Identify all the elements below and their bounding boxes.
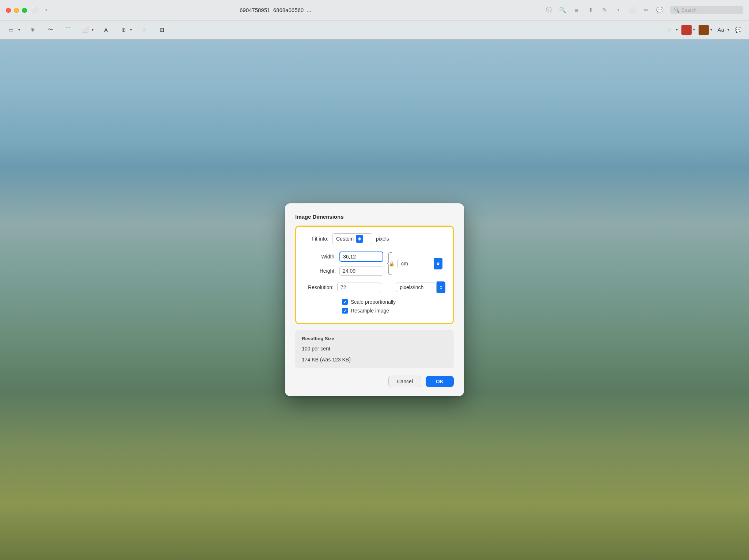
resolution-row: Resolution: pixels/inch xyxy=(304,281,445,293)
unit-stepper[interactable] xyxy=(434,258,442,269)
resulting-kb: 174 KB (was 123 KB) xyxy=(302,357,447,363)
resample-checkbox-row: Resample image xyxy=(304,308,445,314)
res-arrow-down xyxy=(440,288,442,289)
arrow-up-icon xyxy=(358,237,361,239)
ok-button[interactable]: OK xyxy=(426,376,454,387)
image-dimensions-dialog: Image Dimensions Fit into: Custom pixels xyxy=(285,203,464,396)
scale-checkbox-row: Scale proportionally xyxy=(304,299,445,305)
fit-select-box[interactable]: Custom xyxy=(332,233,372,244)
cancel-button[interactable]: Cancel xyxy=(388,376,421,387)
pixels-label: pixels xyxy=(376,236,389,242)
width-row: Width: xyxy=(307,252,383,262)
width-label: Width: xyxy=(307,254,336,260)
width-input[interactable] xyxy=(339,252,383,262)
fit-label: Fit into: xyxy=(304,236,328,242)
resample-checkbox[interactable] xyxy=(342,308,348,314)
resolution-input[interactable] xyxy=(337,283,381,292)
dimensions-box: Fit into: Custom pixels Width: xyxy=(295,226,454,324)
res-arrow-up xyxy=(440,286,442,287)
resulting-percent: 100 per cent xyxy=(302,346,447,352)
scale-label[interactable]: Scale proportionally xyxy=(351,299,396,305)
unit-input[interactable] xyxy=(397,259,434,268)
height-input[interactable]: 24,09 xyxy=(339,266,383,276)
resulting-size-section: Resulting Size 100 per cent 174 KB (was … xyxy=(295,330,454,368)
fit-row: Fit into: Custom pixels xyxy=(304,233,445,244)
resolution-unit-text: pixels/inch xyxy=(396,283,437,292)
height-row: Height: 24,09 xyxy=(307,266,383,276)
height-label: Height: xyxy=(307,268,336,274)
unit-arrow-down xyxy=(437,264,440,265)
lock-icon: 🔒 xyxy=(389,261,395,266)
scale-checkbox[interactable] xyxy=(342,299,348,305)
resample-label[interactable]: Resample image xyxy=(351,308,389,314)
unit-arrow-up xyxy=(437,262,440,264)
dialog-overlay: Image Dimensions Fit into: Custom pixels xyxy=(0,0,749,560)
buttons-row: Cancel OK xyxy=(295,376,454,387)
fit-option-text: Custom xyxy=(336,236,354,242)
resolution-label: Resolution: xyxy=(304,284,334,290)
fit-select-arrows[interactable] xyxy=(356,235,363,243)
resulting-size-title: Resulting Size xyxy=(302,336,447,341)
dialog-title: Image Dimensions xyxy=(295,214,454,220)
arrow-down-icon xyxy=(358,239,361,241)
unit-select[interactable] xyxy=(397,258,442,269)
resolution-unit-stepper[interactable] xyxy=(437,281,445,293)
